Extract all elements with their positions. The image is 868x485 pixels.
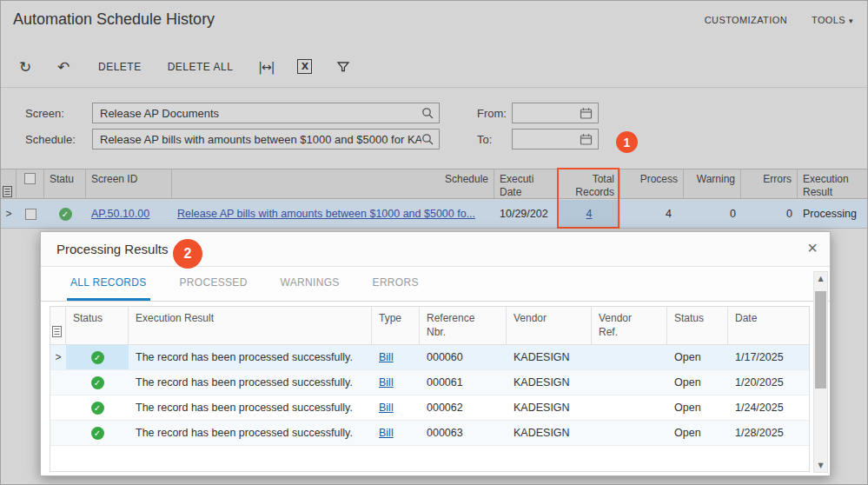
date-cell: 1/20/2025 <box>728 370 809 395</box>
delete-button[interactable]: DELETE <box>98 61 142 73</box>
total-records-link[interactable]: 4 <box>586 208 593 220</box>
search-icon[interactable] <box>421 107 434 119</box>
notes-column-icon <box>50 307 66 344</box>
status-success-icon: ✓ <box>91 427 104 440</box>
vendor-cell: KADESIGN <box>507 370 592 395</box>
refresh-icon[interactable]: ↻ <box>17 58 34 76</box>
col-errors[interactable]: Errors <box>741 169 798 198</box>
doc-status-cell: Open <box>667 395 728 420</box>
calendar-icon[interactable] <box>580 133 593 146</box>
status-success-icon: ✓ <box>91 402 104 415</box>
chevron-down-icon: ▾ <box>849 17 853 25</box>
fit-width-icon[interactable]: |↔| <box>257 58 275 76</box>
to-label: To: <box>477 133 492 146</box>
filter-icon[interactable] <box>335 58 352 76</box>
result-row[interactable]: ✓ The record has been processed successf… <box>50 421 809 446</box>
reference-nbr-cell: 000060 <box>420 345 507 369</box>
scroll-up-icon[interactable]: ▲ <box>814 272 827 285</box>
delete-all-button[interactable]: DELETE ALL <box>168 61 234 73</box>
dialog-scrollbar[interactable]: ▲ ▼ <box>813 271 828 473</box>
screen-label: Screen: <box>25 107 64 120</box>
warnings-cell: 0 <box>684 200 741 228</box>
col-status[interactable]: Status <box>66 307 129 344</box>
col-execution-date[interactable]: Executi Date <box>494 169 558 198</box>
vendor-cell: KADESIGN <box>507 345 592 369</box>
schedule-label: Schedule: <box>25 133 76 146</box>
top-right-menu: CUSTOMIZATION TOOLS▾ <box>705 15 853 25</box>
reference-nbr-cell: 000061 <box>420 370 507 395</box>
row-chevron: > <box>6 208 12 220</box>
col-reference-nbr[interactable]: Reference Nbr. <box>420 307 507 344</box>
type-link[interactable]: Bill <box>379 351 394 363</box>
screen-id-link[interactable]: AP.50.10.00 <box>91 208 149 220</box>
calendar-icon[interactable] <box>580 107 593 120</box>
select-all-column[interactable] <box>17 169 44 198</box>
toolbar: ↻ ↶ DELETE DELETE ALL |↔| X <box>1 46 868 88</box>
annotation-badge-2: 2 <box>173 239 202 269</box>
tab-processed[interactable]: PROCESSED <box>176 267 251 301</box>
tools-menu[interactable]: TOOLS▾ <box>812 15 853 25</box>
type-link[interactable]: Bill <box>379 376 394 389</box>
col-schedule[interactable]: Schedule <box>172 169 494 198</box>
result-row[interactable]: ✓ The record has been processed successf… <box>50 370 809 395</box>
reference-nbr-cell: 000063 <box>420 421 507 445</box>
from-label: From: <box>477 107 507 120</box>
row-chevron: > <box>55 351 61 363</box>
tab-all-records[interactable]: ALL RECORDS <box>67 267 150 301</box>
execution-result-cell: The record has been processed successful… <box>129 395 372 420</box>
close-icon[interactable]: × <box>807 238 818 258</box>
row-checkbox[interactable] <box>25 209 36 220</box>
status-success-icon: ✓ <box>91 351 104 364</box>
automation-schedule-history-screen: Automation Schedule History CUSTOMIZATIO… <box>0 0 868 485</box>
vendor-ref-cell <box>592 395 667 420</box>
doc-status-cell: Open <box>667 345 728 369</box>
status-success-icon: ✓ <box>59 208 72 221</box>
col-doc-status[interactable]: Status <box>667 307 728 344</box>
grid-header: Statu Screen ID Schedule Executi Date To… <box>1 169 868 199</box>
date-cell: 1/24/2025 <box>728 395 809 420</box>
col-execution-result[interactable]: Execution Result <box>798 169 868 198</box>
col-execution-result[interactable]: Execution Result <box>129 307 372 344</box>
schedule-input[interactable]: Release AP bills with amounts between $1… <box>92 129 440 149</box>
col-status[interactable]: Statu <box>44 169 86 198</box>
select-all-checkbox[interactable] <box>24 173 36 184</box>
vendor-ref-cell <box>592 421 667 445</box>
result-row[interactable]: ✓ The record has been processed successf… <box>50 395 809 421</box>
col-screen-id[interactable]: Screen ID <box>86 169 172 198</box>
col-warnings[interactable]: Warning <box>684 169 741 198</box>
col-total-records[interactable]: Total Records <box>558 169 620 198</box>
reference-nbr-cell: 000062 <box>420 395 507 420</box>
type-link[interactable]: Bill <box>379 427 394 439</box>
screen-value: Release AP Documents <box>93 107 421 120</box>
screen-input[interactable]: Release AP Documents <box>92 103 440 123</box>
schedule-history-row[interactable]: > ✓ AP.50.10.00 Release AP bills with am… <box>1 200 868 229</box>
execution-result-cell: The record has been processed successful… <box>129 345 372 369</box>
type-link[interactable]: Bill <box>379 402 394 414</box>
col-vendor[interactable]: Vendor <box>507 307 592 344</box>
from-date-input[interactable] <box>512 103 599 123</box>
tab-errors[interactable]: ERRORS <box>369 267 422 301</box>
schedule-link[interactable]: Release AP bills with amounts between $1… <box>177 208 475 220</box>
col-date[interactable]: Date <box>728 307 809 344</box>
execution-result-cell: The record has been processed successful… <box>129 370 372 395</box>
result-row[interactable]: > ✓ The record has been processed succes… <box>50 345 809 370</box>
undo-icon[interactable]: ↶ <box>55 58 72 76</box>
page-title: Automation Schedule History <box>13 10 215 29</box>
scrollbar-thumb[interactable] <box>815 291 826 389</box>
to-date-input[interactable] <box>512 129 599 149</box>
search-icon[interactable] <box>421 133 434 145</box>
scroll-down-icon[interactable]: ▼ <box>814 459 827 472</box>
tab-warnings[interactable]: WARNINGS <box>277 267 343 301</box>
customization-menu[interactable]: CUSTOMIZATION <box>705 15 787 25</box>
notes-column-icon <box>1 169 17 198</box>
processed-cell: 4 <box>620 200 684 228</box>
col-processed[interactable]: Process <box>620 169 684 198</box>
dialog-title: Processing Results <box>56 242 168 256</box>
vendor-ref-cell <box>592 370 667 395</box>
vendor-cell: KADESIGN <box>507 421 592 445</box>
col-type[interactable]: Type <box>372 307 420 344</box>
results-table-header: Status Execution Result Type Reference N… <box>50 307 809 345</box>
col-vendor-ref[interactable]: Vendor Ref. <box>592 307 667 344</box>
date-cell: 1/28/2025 <box>728 421 809 445</box>
export-excel-icon[interactable]: X <box>297 59 312 74</box>
